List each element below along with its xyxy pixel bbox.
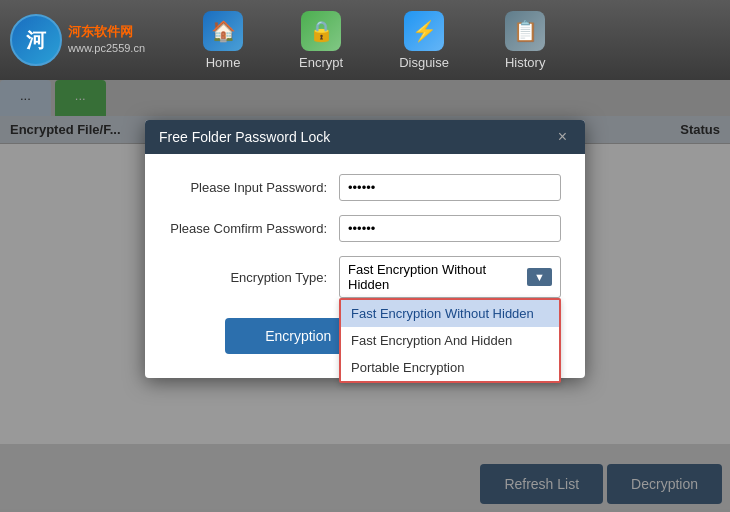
confirm-label: Please Comfirm Password: [169, 221, 339, 236]
logo-url: www.pc2559.cn [68, 41, 145, 56]
nav-bar: 🏠 Home 🔒 Encrypt ⚡ Disguise 📋 History [175, 3, 573, 78]
dialog-title: Free Folder Password Lock [159, 129, 330, 145]
password-input[interactable] [339, 174, 561, 201]
nav-item-home[interactable]: 🏠 Home [175, 3, 271, 78]
nav-disguise-label: Disguise [399, 55, 449, 70]
history-icon: 📋 [505, 11, 545, 51]
nav-item-history[interactable]: 📋 History [477, 3, 573, 78]
nav-encrypt-label: Encrypt [299, 55, 343, 70]
home-icon: 🏠 [203, 11, 243, 51]
dropdown-arrow-icon: ▼ [527, 268, 552, 286]
dropdown-option-1[interactable]: Fast Encryption Without Hidden [341, 300, 559, 327]
dropdown-selected-value[interactable]: Fast Encryption Without Hidden ▼ [339, 256, 561, 298]
topbar: 河 河东软件网 www.pc2559.cn 🏠 Home 🔒 Encrypt ⚡… [0, 0, 730, 80]
password-row: Please Input Password: [169, 174, 561, 201]
confirm-password-input[interactable] [339, 215, 561, 242]
password-label: Please Input Password: [169, 180, 339, 195]
dialog-close-button[interactable]: × [554, 128, 571, 146]
nav-home-label: Home [206, 55, 241, 70]
encrypt-icon: 🔒 [301, 11, 341, 51]
app-logo: 河 河东软件网 www.pc2559.cn [10, 14, 145, 66]
dialog-body: Please Input Password: Please Comfirm Pa… [145, 154, 585, 378]
dialog: Free Folder Password Lock × Please Input… [145, 120, 585, 378]
dropdown-selected-text: Fast Encryption Without Hidden [348, 262, 523, 292]
confirm-password-row: Please Comfirm Password: [169, 215, 561, 242]
logo-site-name: 河东软件网 [68, 23, 145, 41]
logo-text: 河东软件网 www.pc2559.cn [68, 23, 145, 57]
dialog-titlebar: Free Folder Password Lock × [145, 120, 585, 154]
disguise-icon: ⚡ [404, 11, 444, 51]
modal-overlay: Free Folder Password Lock × Please Input… [0, 80, 730, 512]
nav-item-disguise[interactable]: ⚡ Disguise [371, 3, 477, 78]
encryption-type-label: Encryption Type: [169, 270, 339, 285]
dropdown-list: Fast Encryption Without Hidden Fast Encr… [339, 298, 561, 383]
dropdown-option-3[interactable]: Portable Encryption [341, 354, 559, 381]
nav-item-encrypt[interactable]: 🔒 Encrypt [271, 3, 371, 78]
main-content: ... ... Encrypted File/F... Status Refre… [0, 80, 730, 512]
encryption-type-row: Encryption Type: Fast Encryption Without… [169, 256, 561, 298]
logo-icon: 河 [10, 14, 62, 66]
nav-history-label: History [505, 55, 545, 70]
encryption-type-dropdown[interactable]: Fast Encryption Without Hidden ▼ Fast En… [339, 256, 561, 298]
dropdown-option-2[interactable]: Fast Encryption And Hidden [341, 327, 559, 354]
